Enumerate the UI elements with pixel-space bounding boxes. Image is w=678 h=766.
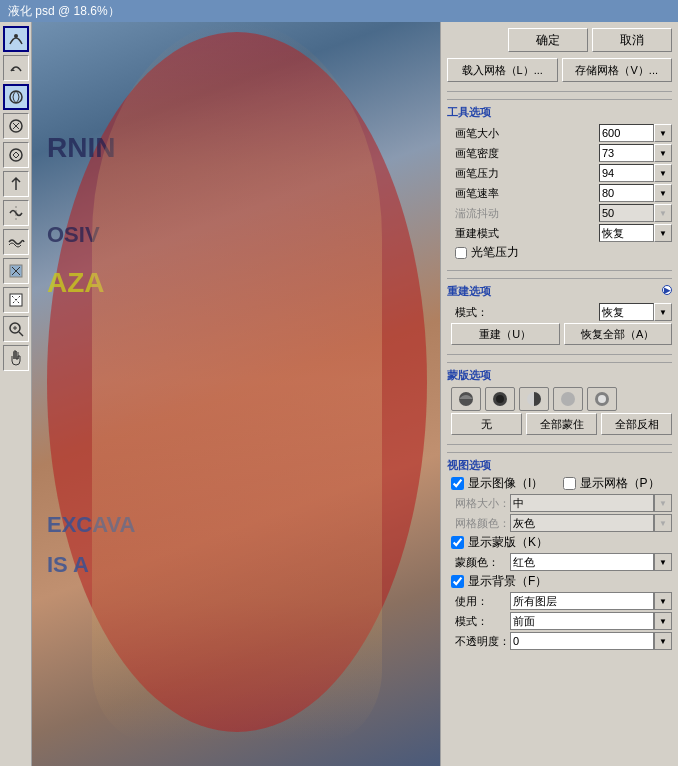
brush-speed-label: 画笔速率	[455, 186, 599, 201]
stylus-pressure-checkbox[interactable]	[455, 247, 467, 259]
mesh-color-label: 网格颜色：	[455, 516, 510, 531]
mask-icon-4[interactable]	[553, 387, 583, 411]
forward-warp-tool[interactable]	[3, 26, 29, 52]
toolbar	[0, 22, 32, 766]
turbulence-tool[interactable]	[3, 229, 29, 255]
reconstruct-mode-label: 重建模式	[455, 226, 599, 241]
mesh-size-dropdown: ▼	[654, 494, 672, 512]
restore-button[interactable]: 恢复全部（A）	[564, 323, 673, 345]
brush-size-dropdown[interactable]: ▼	[654, 124, 672, 142]
mask-color-row: 蒙颜色： 红色 ▼	[447, 553, 672, 571]
svg-line-8	[19, 332, 23, 336]
show-mask-row: 显示蒙版（K）	[447, 534, 672, 551]
canvas-area[interactable]: RNIN OSIV AZA EXCAVA IS A	[32, 22, 440, 766]
stylus-pressure-label: 光笔压力	[471, 244, 519, 261]
mode-dropdown[interactable]: ▼	[654, 612, 672, 630]
brush-density-combo: 73 ▼	[599, 144, 672, 162]
tool-options-section: 工具选项 画笔大小 600 ▼ 画笔密度 73 ▼	[447, 99, 672, 263]
brush-pressure-combo: 94 ▼	[599, 164, 672, 182]
opacity-dropdown[interactable]: ▼	[654, 632, 672, 650]
rebuild-buttons-row: 重建（U） 恢复全部（A）	[447, 323, 672, 345]
save-mesh-button[interactable]: 存储网格（V）...	[562, 58, 673, 82]
brush-pressure-input[interactable]: 94	[599, 164, 654, 182]
zoom-tool[interactable]	[3, 316, 29, 342]
view-checkboxes: 显示图像（I） 显示网格（P）	[447, 475, 672, 492]
title-bar: 液化 psd @ 18.6%）	[0, 0, 678, 22]
mode-label: 模式：	[455, 614, 510, 629]
brush-size-input[interactable]: 600	[599, 124, 654, 142]
rebuild-section: 重建选项 ▶ 模式： 恢复 ▼ 重建（U） 恢复全部（A）	[447, 278, 672, 347]
brush-speed-dropdown[interactable]: ▼	[654, 184, 672, 202]
thaw-mask-tool[interactable]	[3, 287, 29, 313]
svg-point-20	[598, 395, 606, 403]
mesh-size-value: 中	[510, 494, 654, 512]
rebuild-button[interactable]: 重建（U）	[451, 323, 560, 345]
pucker-tool[interactable]	[3, 113, 29, 139]
use-label: 使用：	[455, 594, 510, 609]
rebuild-mode-dropdown[interactable]: ▼	[654, 303, 672, 321]
mask-section: 蒙版选项	[447, 362, 672, 437]
mesh-size-label: 网格大小：	[455, 496, 510, 511]
turbulence-combo: 50 ▼	[599, 204, 672, 222]
brush-density-dropdown[interactable]: ▼	[654, 144, 672, 162]
push-left-tool[interactable]	[3, 171, 29, 197]
reconstruct-mode-dropdown[interactable]: ▼	[654, 224, 672, 242]
show-mesh-checkbox[interactable]	[563, 477, 576, 490]
mesh-color-dropdown: ▼	[654, 514, 672, 532]
show-mesh-label: 显示网格（P）	[580, 475, 660, 492]
invert-button[interactable]: 全部反相	[601, 413, 672, 435]
ok-button[interactable]: 确定	[508, 28, 588, 52]
mesh-color-row: 网格颜色： 灰色 ▼	[447, 514, 672, 532]
use-dropdown[interactable]: ▼	[654, 592, 672, 610]
brush-pressure-dropdown[interactable]: ▼	[654, 164, 672, 182]
brush-speed-input[interactable]: 80	[599, 184, 654, 202]
main-dialog: RNIN OSIV AZA EXCAVA IS A 确定 取消 载入网格（L）.…	[0, 22, 678, 766]
turbulence-label: 湍流抖动	[455, 206, 599, 221]
brush-size-row: 画笔大小 600 ▼	[447, 124, 672, 142]
reconstruct-tool[interactable]	[3, 55, 29, 81]
opacity-value[interactable]: 0	[510, 632, 654, 650]
brush-size-combo: 600 ▼	[599, 124, 672, 142]
mask-icon-5[interactable]	[587, 387, 617, 411]
mirror-tool[interactable]	[3, 200, 29, 226]
mask-color-label: 蒙颜色：	[455, 555, 510, 570]
mode-value[interactable]: 前面	[510, 612, 654, 630]
load-mesh-button[interactable]: 载入网格（L）...	[447, 58, 558, 82]
twirl-tool[interactable]	[3, 84, 29, 110]
show-mask-checkbox[interactable]	[451, 536, 464, 549]
mask-icon-3[interactable]	[519, 387, 549, 411]
use-value[interactable]: 所有图层	[510, 592, 654, 610]
show-bg-row: 显示背景（F）	[447, 573, 672, 590]
none-button[interactable]: 无	[451, 413, 522, 435]
show-bg-checkbox[interactable]	[451, 575, 464, 588]
hand-tool[interactable]	[3, 345, 29, 371]
show-image-label: 显示图像（I）	[468, 475, 543, 492]
reconstruct-mode-input[interactable]: 恢复	[599, 224, 654, 242]
show-image-checkbox[interactable]	[451, 477, 464, 490]
reconstruct-mode-combo: 恢复 ▼	[599, 224, 672, 242]
bloat-tool[interactable]	[3, 142, 29, 168]
mask-all-button[interactable]: 全部蒙住	[526, 413, 597, 435]
brush-density-label: 画笔密度	[455, 146, 599, 161]
mask-color-dropdown[interactable]: ▼	[654, 553, 672, 571]
cancel-button[interactable]: 取消	[592, 28, 672, 52]
rebuild-mode-row: 模式： 恢复 ▼	[447, 303, 672, 321]
svg-point-3	[10, 149, 22, 161]
opacity-label: 不透明度：	[455, 634, 510, 649]
svg-point-18	[561, 392, 575, 406]
mesh-buttons: 载入网格（L）... 存储网格（V）...	[447, 58, 672, 82]
brush-density-input[interactable]: 73	[599, 144, 654, 162]
right-panel: 确定 取消 载入网格（L）... 存储网格（V）... 工具选项 画笔大小 60…	[440, 22, 678, 766]
svg-point-1	[10, 91, 22, 103]
show-mesh-row: 显示网格（P）	[563, 475, 673, 492]
reconstruct-mode-row: 重建模式 恢复 ▼	[447, 224, 672, 242]
rebuild-mode-input[interactable]: 恢复	[599, 303, 654, 321]
mask-buttons: 无 全部蒙住 全部反相	[447, 413, 672, 435]
mask-icon-1[interactable]	[451, 387, 481, 411]
view-header: 视图选项	[447, 456, 672, 475]
freeze-mask-tool[interactable]	[3, 258, 29, 284]
rebuild-mode-combo: 恢复 ▼	[599, 303, 672, 321]
mask-color-value[interactable]: 红色	[510, 553, 654, 571]
mask-icon-2[interactable]	[485, 387, 515, 411]
show-image-row: 显示图像（I）	[451, 475, 561, 492]
